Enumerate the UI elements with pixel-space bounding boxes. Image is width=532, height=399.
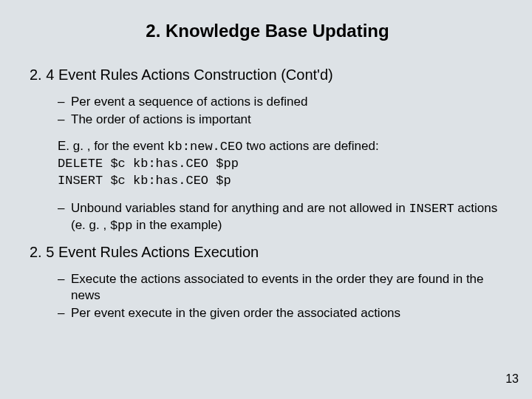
section-2-4-heading: 2. 4 Event Rules Actions Construction (C… [30, 66, 505, 83]
section-2-5-heading: 2. 5 Event Rules Actions Execution [30, 244, 505, 261]
code: $pp [110, 219, 133, 233]
section-2-4-bullets-b: Unbound variables stand for anything and… [58, 200, 505, 234]
list-item: Unbound variables stand for anything and… [58, 200, 505, 234]
text: in the example) [133, 218, 222, 232]
list-item: The order of actions is important [58, 112, 505, 128]
example-line-1: DELETE $c kb:has.CEO $pp [58, 157, 239, 171]
list-item: Per event execute in the given order the… [58, 305, 505, 321]
example-lead-b: two actions are defined: [242, 139, 378, 153]
example-block: E. g. , for the event kb:new.CEO two act… [58, 138, 505, 190]
list-item: Per event a sequence of actions is defin… [58, 94, 505, 110]
text: Unbound variables stand for anything and… [71, 201, 409, 215]
example-line-2: INSERT $c kb:has.CEO $p [58, 174, 231, 188]
slide: 2. Knowledge Base Updating 2. 4 Event Ru… [0, 0, 532, 347]
page-number: 13 [505, 372, 519, 386]
code: INSERT [409, 202, 454, 216]
slide-title: 2. Knowledge Base Updating [30, 21, 505, 41]
list-item: Execute the actions associated to events… [58, 271, 505, 304]
example-lead-code: kb:new.CEO [167, 140, 242, 154]
section-2-5-bullets: Execute the actions associated to events… [58, 271, 505, 321]
example-lead-a: E. g. , for the event [58, 139, 167, 153]
section-2-4-bullets-a: Per event a sequence of actions is defin… [58, 94, 505, 128]
